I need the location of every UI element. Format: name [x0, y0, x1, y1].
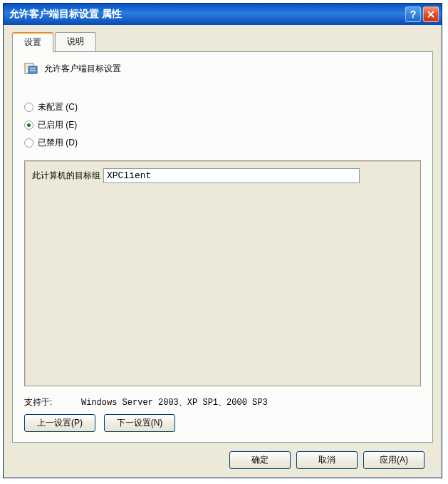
tab-panel-settings: 允许客户端目标设置 未配置 (C) 已启用 (E) 已禁用 (D) — [12, 51, 433, 443]
radio-icon — [24, 120, 33, 130]
radio-disabled[interactable]: 已禁用 (D) — [24, 137, 421, 149]
dialog-window: 允许客户端目标设置 属性 ? 设置 说明 允 — [3, 3, 442, 478]
policy-title: 允许客户端目标设置 — [44, 63, 121, 75]
next-setting-button[interactable]: 下一设置(N) — [104, 414, 175, 432]
supported-on-row: 支持于: Windows Server 2003、XP SP1、2000 SP3 — [24, 396, 421, 408]
dialog-footer: 确定 取消 应用(A) — [12, 443, 433, 469]
divider — [24, 86, 421, 87]
target-group-input[interactable] — [103, 168, 360, 183]
radio-label: 未配置 (C) — [38, 101, 78, 113]
ok-button[interactable]: 确定 — [229, 451, 291, 469]
tab-strip: 设置 说明 — [12, 32, 433, 51]
help-button[interactable]: ? — [405, 6, 421, 22]
help-icon: ? — [410, 9, 417, 20]
radio-not-configured[interactable]: 未配置 (C) — [24, 101, 421, 113]
close-icon — [427, 9, 434, 20]
tab-explanation[interactable]: 说明 — [55, 32, 96, 51]
target-group-label: 此计算机的目标组 — [32, 170, 100, 182]
target-group-row: 此计算机的目标组 — [32, 168, 413, 183]
radio-icon — [24, 103, 33, 112]
apply-button[interactable]: 应用(A) — [363, 451, 424, 469]
supported-on-label: 支持于: — [24, 396, 81, 408]
svg-rect-1 — [28, 66, 37, 73]
window-title: 允许客户端目标设置 属性 — [9, 8, 403, 21]
state-radio-group: 未配置 (C) 已启用 (E) 已禁用 (D) — [24, 101, 421, 155]
radio-enabled[interactable]: 已启用 (E) — [24, 119, 421, 131]
supported-on-text: Windows Server 2003、XP SP1、2000 SP3 — [81, 396, 268, 408]
prev-setting-button[interactable]: 上一设置(P) — [24, 414, 95, 432]
settings-pane: 此计算机的目标组 — [24, 160, 421, 386]
client-area: 设置 说明 允许客户端目标设置 未配置 (C) — [4, 25, 442, 478]
radio-icon — [24, 138, 33, 148]
titlebar[interactable]: 允许客户端目标设置 属性 ? — [4, 4, 442, 25]
policy-icon — [24, 62, 38, 75]
radio-label: 已启用 (E) — [38, 119, 77, 131]
close-button[interactable] — [423, 6, 439, 22]
nav-buttons: 上一设置(P) 下一设置(N) — [24, 414, 421, 432]
radio-label: 已禁用 (D) — [38, 137, 78, 149]
tab-settings[interactable]: 设置 — [12, 32, 53, 52]
cancel-button[interactable]: 取消 — [296, 451, 358, 469]
policy-header: 允许客户端目标设置 — [24, 62, 421, 75]
